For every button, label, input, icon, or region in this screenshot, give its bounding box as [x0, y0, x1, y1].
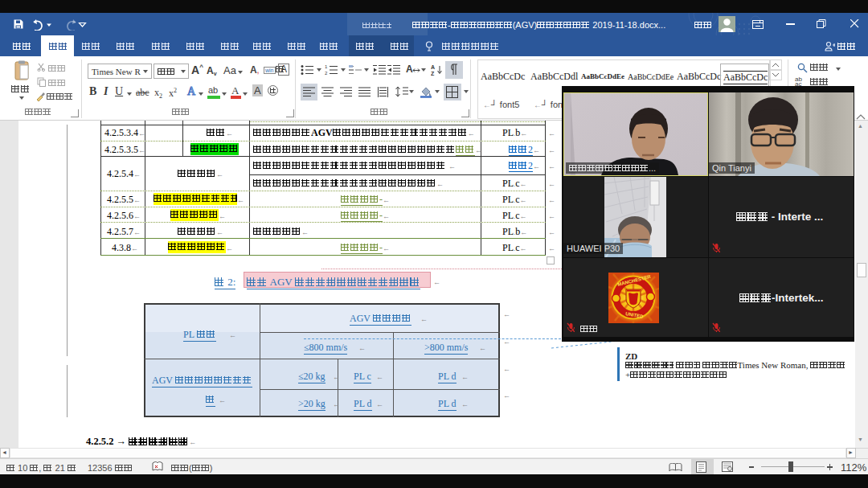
- svg-text:1: 1: [325, 64, 328, 69]
- svg-text:A: A: [431, 64, 435, 70]
- svg-text:2: 2: [325, 71, 328, 76]
- svg-text:Z: Z: [431, 71, 435, 76]
